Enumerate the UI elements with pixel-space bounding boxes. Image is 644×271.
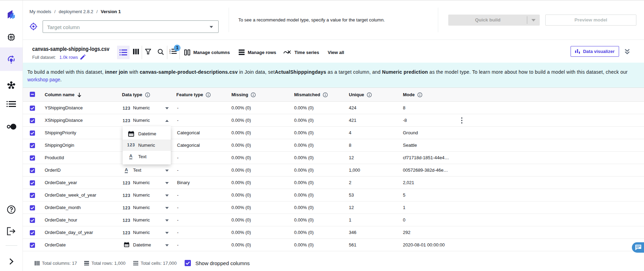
svg-text:3: 3 — [169, 53, 171, 54]
